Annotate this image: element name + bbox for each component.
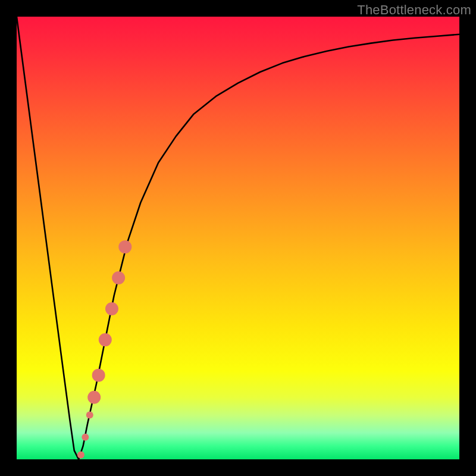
marker-dot: [118, 240, 131, 253]
bottleneck-curve: [17, 17, 459, 459]
plot-area: [17, 17, 459, 459]
marker-dot: [86, 412, 93, 419]
marker-dot: [112, 271, 125, 284]
marker-dot: [82, 434, 89, 441]
marker-dot: [105, 302, 118, 315]
chart-svg: [17, 17, 459, 459]
marker-dot: [92, 369, 105, 382]
marker-dot: [99, 333, 112, 346]
highlighted-range-markers: [77, 240, 131, 459]
watermark-text: TheBottleneck.com: [357, 2, 471, 18]
marker-dot: [87, 391, 101, 404]
chart-frame: TheBottleneck.com: [0, 0, 476, 476]
marker-dot: [77, 452, 84, 459]
